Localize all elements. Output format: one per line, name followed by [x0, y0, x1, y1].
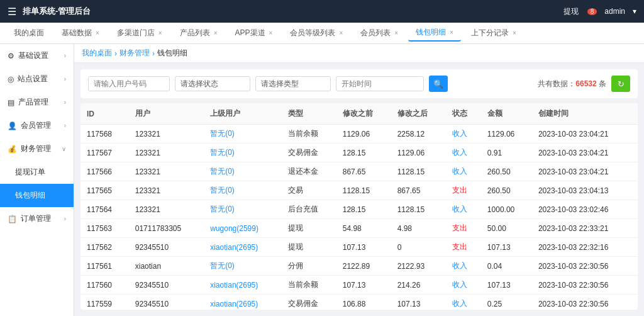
total-count: 66532 [575, 79, 596, 88]
breadcrumb-home[interactable]: 我的桌面 [82, 48, 112, 59]
total-count-label: 共有数据：66532 条 [538, 79, 606, 89]
cell-parent: xiaotian(2695) [204, 276, 282, 295]
cell-parent: 暂无(0) [204, 125, 282, 144]
close-member-list-tab[interactable]: × [394, 30, 398, 37]
sidebar-item-member-mgmt[interactable]: 👤 会员管理 › [0, 114, 74, 137]
user-label: admin [604, 7, 625, 16]
cell-parent: 暂无(0) [204, 181, 282, 200]
cell-user: 123321 [129, 162, 204, 181]
sidebar: ⚙ 基础设置 › ◎ 站点设置 › ▤ 产品管理 › 👤 会员管理 › [0, 44, 74, 316]
tab-basic[interactable]: 基础数据 × [54, 25, 107, 41]
cell-type: 交易佣金 [282, 295, 336, 310]
user-dropdown-icon[interactable]: ▾ [633, 7, 636, 16]
refresh-button[interactable]: ↻ [611, 76, 630, 92]
table-row: 117562 92345510 xiaotian(2695) 提现 107.13… [80, 238, 638, 257]
cell-time: 2023-10-03 22:33:21 [532, 219, 638, 238]
cell-id: 117564 [80, 200, 129, 219]
table-header-row: ID 用户 上级用户 类型 修改之前 修改之后 状态 金额 创建时间 [80, 103, 638, 125]
cell-parent: 暂无(0) [204, 144, 282, 162]
product-icon: ▤ [8, 98, 14, 107]
cell-type: 退还本金 [282, 162, 336, 181]
cell-type: 后台充值 [282, 200, 336, 219]
cell-time: 2023-10-03 23:04:21 [532, 125, 638, 144]
cell-time: 2023-10-03 23:04:21 [532, 144, 638, 162]
col-before: 修改之前 [336, 103, 391, 125]
close-wallet-tab[interactable]: × [450, 29, 453, 36]
cell-id: 117568 [80, 125, 129, 144]
order-icon: 📋 [8, 215, 17, 223]
cell-user: 92345510 [129, 238, 204, 257]
cell-amount: 107.13 [481, 238, 532, 257]
user-search-input[interactable] [88, 76, 170, 91]
tab-home[interactable]: 我的桌面 [6, 25, 52, 41]
col-parent: 上级用户 [204, 103, 282, 125]
cell-user: 01711783305 [129, 219, 204, 238]
main-layout: ⚙ 基础设置 › ◎ 站点设置 › ▤ 产品管理 › 👤 会员管理 › [0, 44, 644, 316]
sidebar-label: 会员管理 [21, 120, 51, 131]
table-container: ID 用户 上级用户 类型 修改之前 修改之后 状态 金额 创建时间 117 [80, 103, 638, 310]
cell-type: 交易佣金 [282, 144, 336, 162]
cell-parent: 暂无(0) [204, 162, 282, 181]
menu-toggle-icon[interactable]: ☰ [8, 6, 16, 18]
cell-amount: 1129.06 [481, 125, 532, 144]
cell-amount: 50.00 [481, 219, 532, 238]
table-row: 117568 123321 暂无(0) 当前余额 1129.06 2258.12… [80, 125, 638, 144]
sidebar-item-finance-mgmt[interactable]: 💰 财务管理 ∨ [0, 137, 74, 161]
table-row: 117560 92345510 xiaotian(2695) 当前余额 107.… [80, 276, 638, 295]
table-row: 117564 123321 暂无(0) 后台充值 128.15 1128.15 … [80, 200, 638, 219]
cell-type: 当前余额 [282, 125, 336, 144]
sidebar-item-basic-settings[interactable]: ⚙ 基础设置 › [0, 44, 74, 67]
date-input[interactable] [336, 76, 424, 91]
table-row: 117565 123321 暂无(0) 交易 1128.15 867.65 支出… [80, 181, 638, 200]
close-app-tab[interactable]: × [269, 30, 273, 37]
cell-status: 收入 [446, 295, 481, 310]
cell-before: 1129.06 [336, 125, 391, 144]
tab-member-list[interactable]: 会员列表 × [353, 25, 406, 41]
tab-app[interactable]: APP渠道 × [228, 25, 280, 41]
sidebar-item-withdraw-order[interactable]: 提现订单 [0, 161, 74, 184]
tab-multi[interactable]: 多渠道门店 × [109, 25, 170, 41]
cell-parent: 暂无(0) [204, 200, 282, 219]
cell-after: 1128.15 [391, 162, 446, 181]
tab-upper-sub[interactable]: 上下分记录 × [464, 25, 524, 41]
status-select[interactable]: 请选择状态 收入 支出 [175, 76, 250, 91]
sidebar-label: 基础设置 [18, 50, 48, 61]
cell-id: 117561 [80, 257, 129, 276]
cell-time: 2023-10-03 22:30:56 [532, 257, 638, 276]
tab-products[interactable]: 产品列表 × [172, 25, 225, 41]
search-button[interactable]: 🔍 [429, 76, 448, 92]
header-left: ☰ 排单系统-管理后台 [8, 6, 91, 18]
cell-type: 提现 [282, 238, 336, 257]
type-select[interactable]: 请选择类型 [255, 76, 331, 91]
header-right: 提现 8 admin ▾ [564, 6, 636, 17]
cell-status: 支出 [446, 219, 481, 238]
cell-before: 106.88 [336, 295, 391, 310]
sidebar-item-wallet-detail[interactable]: 钱包明细 [0, 184, 74, 207]
close-member-level-tab[interactable]: × [339, 30, 343, 37]
close-multi-tab[interactable]: × [158, 30, 162, 37]
close-upper-sub-tab[interactable]: × [513, 30, 516, 37]
cell-type: 交易 [282, 181, 336, 200]
cell-after: 107.13 [391, 295, 446, 310]
chevron-icon: › [64, 76, 66, 82]
top-header: ☰ 排单系统-管理后台 提现 8 admin ▾ [0, 0, 644, 23]
cell-user: 123321 [129, 200, 204, 219]
close-basic-tab[interactable]: × [96, 30, 99, 37]
cell-id: 117567 [80, 144, 129, 162]
cell-after: 2122.93 [391, 257, 446, 276]
cell-parent: xiaotian(2695) [204, 238, 282, 257]
cell-amount: 0.25 [481, 295, 532, 310]
cell-status: 收入 [446, 200, 481, 219]
breadcrumb-finance[interactable]: 财务管理 [119, 48, 150, 59]
sidebar-item-site-settings[interactable]: ◎ 站点设置 › [0, 67, 74, 91]
table-row: 117566 123321 暂无(0) 退还本金 867.65 1128.15 … [80, 162, 638, 181]
tab-member-level[interactable]: 会员等级列表 × [282, 25, 350, 41]
tab-wallet[interactable]: 钱包明细 × [408, 25, 461, 42]
sidebar-item-product-mgmt[interactable]: ▤ 产品管理 › [0, 91, 74, 114]
sidebar-item-order-mgmt[interactable]: 📋 订单管理 › [0, 207, 74, 230]
cell-id: 117560 [80, 276, 129, 295]
wallet-table: ID 用户 上级用户 类型 修改之前 修改之后 状态 金额 创建时间 117 [80, 103, 638, 310]
close-products-tab[interactable]: × [214, 30, 218, 37]
cell-before: 128.15 [336, 200, 391, 219]
site-icon: ◎ [8, 75, 14, 84]
